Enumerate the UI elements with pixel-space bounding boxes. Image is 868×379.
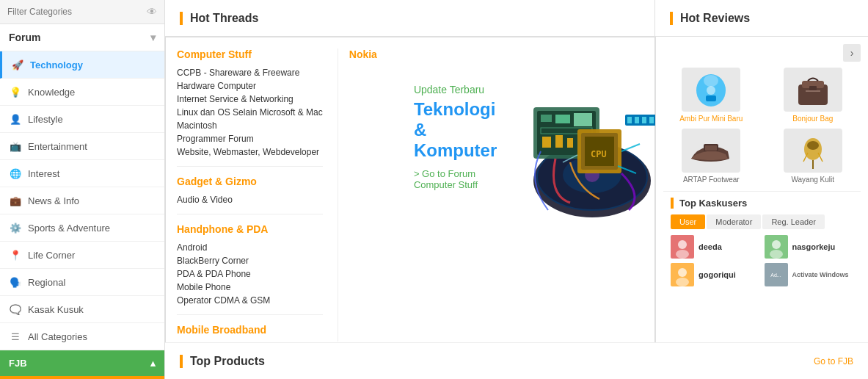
dropdown-promo: Update Terbaru Teknologi & Komputer > Go… — [399, 48, 655, 225]
dropdown-link-android[interactable]: Android — [177, 241, 323, 254]
carousel-next-button[interactable]: › — [843, 44, 861, 62]
forum-header: Forum ▾ — [0, 24, 164, 51]
nokia-label[interactable]: Nokia — [349, 48, 377, 60]
dropdown-link-operator[interactable]: Operator CDMA & GSM — [177, 294, 323, 307]
eye-icon[interactable]: 👁 — [147, 6, 157, 18]
promo-title: Teknologi & Komputer — [414, 99, 497, 161]
user-avatar-nasgorkeju — [765, 235, 788, 259]
user-item-gogoriqui: gogoriqui — [671, 263, 760, 286]
sidebar-item-kasak-kusuk[interactable]: 🗨️ Kasak Kusuk — [0, 296, 164, 323]
user-name-nasgorkeju: nasgorkeju — [792, 242, 836, 251]
sidebar-item-label: Sports & Adventure — [28, 223, 156, 234]
sidebar-item-label: Lifestyle — [28, 114, 156, 125]
sidebar-item-label: Technology — [30, 59, 156, 71]
svg-point-36 — [807, 141, 819, 150]
feedback-bar[interactable]: 💬 Feedback ? — [0, 376, 164, 379]
top-kaskusers-section: Top Kaskusers User Moderator Reg. Leader… — [663, 191, 861, 292]
sidebar-item-all-categories[interactable]: ☰ All Categories — [0, 323, 164, 350]
dropdown-link-pda[interactable]: PDA & PDA Phone — [177, 267, 323, 281]
forum-label: Forum — [9, 32, 41, 43]
dropdown-link-macintosh[interactable]: Macintosh — [177, 119, 323, 132]
svg-rect-27 — [706, 95, 716, 101]
dropdown-menu: Computer Stuff CCPB - Shareware & Freewa… — [165, 37, 655, 342]
news-icon: 💼 — [9, 194, 22, 207]
dropdown-link-mobile-phone[interactable]: Mobile Phone — [177, 281, 323, 294]
handphone-pda-category[interactable]: Handphone & PDA — [177, 223, 323, 235]
goto-forum-link[interactable]: > Go to Forum Computer Stuff — [414, 168, 478, 190]
gadget-gizmo-category[interactable]: Gadget & Gizmo — [177, 176, 323, 187]
sidebar-item-interest[interactable]: 🌐 Interest — [0, 160, 164, 187]
review-label-bonjour: Bonjour Bag — [792, 115, 833, 123]
computer-stuff-category[interactable]: Computer Stuff — [177, 48, 323, 60]
svg-rect-6 — [541, 115, 552, 122]
dropdown-link-linux[interactable]: Linux dan OS Selain Microsoft & Mac — [177, 106, 323, 119]
divider-3 — [177, 314, 323, 315]
sidebar-item-label: All Categories — [28, 331, 156, 342]
filter-input[interactable] — [7, 7, 147, 17]
svg-rect-11 — [555, 135, 563, 148]
sidebar-item-regional[interactable]: 🗣️ Regional — [0, 269, 164, 296]
dropdown-link-audio[interactable]: Audio & Video — [177, 193, 323, 206]
svg-point-28 — [707, 86, 715, 95]
svg-point-42 — [772, 240, 781, 249]
interest-icon: 🌐 — [9, 167, 22, 180]
dropdown-link-programmer[interactable]: Programmer Forum — [177, 132, 323, 145]
sidebar-item-knowledge[interactable]: 💡 Knowledge — [0, 79, 164, 106]
svg-rect-22 — [635, 117, 639, 123]
review-label-ambi: Ambi Pur Mini Baru — [679, 115, 743, 123]
dropdown-link-blackberry[interactable]: BlackBerry Corner — [177, 254, 323, 267]
top-products-bar: Top Products — [165, 343, 799, 379]
sidebar-item-label: Knowledge — [28, 87, 156, 98]
divider-2 — [177, 214, 323, 214]
sidebar-item-technology[interactable]: 🚀 Technology — [0, 51, 164, 79]
svg-rect-32 — [809, 86, 817, 90]
review-item-wayang: Wayang Kulit — [765, 129, 861, 184]
sidebar-item-news-info[interactable]: 💼 News & Info — [0, 187, 164, 214]
user-name-deeda: deeda — [699, 242, 722, 251]
sidebar-item-label: Regional — [28, 277, 156, 288]
review-label-wayang: Wayang Kulit — [791, 176, 834, 184]
review-item-bonjour: Bonjour Bag — [765, 68, 861, 123]
hot-threads-header: Hot Threads — [165, 0, 655, 37]
dropdown-link-ccpb[interactable]: CCPB - Shareware & Freeware — [177, 66, 323, 79]
svg-rect-7 — [555, 115, 570, 123]
sidebar-item-sports-adventure[interactable]: ⚙️ Sports & Adventure — [0, 214, 164, 242]
tab-moderator[interactable]: Moderator — [707, 214, 761, 229]
svg-rect-21 — [627, 117, 632, 123]
lifestyle-icon: 👤 — [9, 112, 22, 126]
fjb-bar[interactable]: FJB ▴ — [0, 350, 164, 376]
entertainment-icon: 📺 — [9, 140, 22, 153]
tab-user[interactable]: User — [671, 214, 705, 229]
dropdown-link-internet[interactable]: Internet Service & Networking — [177, 93, 323, 106]
nokia-section: Nokia — [349, 48, 377, 66]
sidebar-item-label: Interest — [28, 168, 156, 179]
sidebar-item-life-corner[interactable]: 📍 Life Corner — [0, 242, 164, 269]
goto-fjb: Go to FJB — [799, 343, 868, 379]
mobile-broadband-category[interactable]: Mobile Broadband — [177, 324, 323, 336]
svg-line-17 — [621, 144, 640, 151]
sidebar-item-label: News & Info — [28, 195, 156, 206]
review-img-ambi — [682, 68, 740, 112]
tab-reg-leader[interactable]: Reg. Leader — [762, 214, 825, 229]
promo-content: Update Terbaru Teknologi & Komputer > Go… — [399, 69, 511, 205]
technology-icon: 🚀 — [11, 58, 24, 71]
sidebar-item-lifestyle[interactable]: 👤 Lifestyle — [0, 106, 164, 133]
carousel-nav: › — [663, 44, 861, 62]
review-item-artap: ARTAP Footwear — [663, 129, 759, 184]
svg-rect-31 — [806, 90, 820, 92]
forum-chevron-icon[interactable]: ▾ — [150, 32, 156, 43]
dropdown-col-1: Computer Stuff CCPB - Shareware & Freewa… — [177, 48, 338, 342]
fjb-label: FJB — [9, 358, 27, 369]
kasak-icon: 🗨️ — [9, 303, 22, 316]
svg-point-40 — [678, 240, 687, 249]
sidebar-item-entertainment[interactable]: 📺 Entertainment — [0, 133, 164, 160]
top-row-headers: Hot Threads Hot Reviews — [165, 0, 868, 37]
svg-rect-34 — [705, 145, 717, 151]
dropdown-link-hardware[interactable]: Hardware Computer — [177, 79, 323, 93]
svg-point-26 — [704, 75, 718, 87]
goto-fjb-link[interactable]: Go to FJB — [814, 356, 853, 367]
promo-update-text: Update Terbaru — [414, 84, 497, 95]
regional-icon: 🗣️ — [9, 275, 22, 289]
dropdown-link-website[interactable]: Website, Webmaster, Webdeveloper — [177, 145, 323, 159]
hot-threads-title: Hot Threads — [180, 12, 258, 25]
